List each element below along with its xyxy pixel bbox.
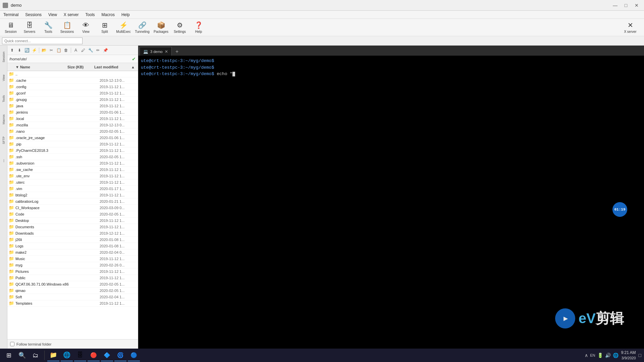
file-row[interactable]: 📁 .uterc 2019-11-12 1...	[7, 179, 138, 186]
toolbar-tools[interactable]: 🔧 Tools	[40, 20, 57, 35]
file-row[interactable]: 📁 .PyCharmCE2018.3 2019-11-12 1...	[7, 147, 138, 154]
toolbar-settings[interactable]: ⚙ Settings	[171, 20, 189, 35]
fb-exec-btn[interactable]: ⚡	[31, 47, 38, 54]
fb-cut-btn[interactable]: ✂	[48, 47, 55, 54]
menu-terminal[interactable]: Terminal	[0, 12, 22, 18]
taskbar-app-server[interactable]: 🗄	[74, 349, 86, 361]
file-row[interactable]: 📁 Desktop 2019-11-12 1...	[7, 218, 138, 224]
file-row[interactable]: 📁 Downloads 2019-12-12 1...	[7, 230, 138, 237]
clock-display[interactable]: 9:21 AM 3/9/2020	[621, 350, 636, 361]
file-row[interactable]: 📁 make2 2020-02-04 0...	[7, 249, 138, 256]
side-icon-other[interactable]: —	[1, 151, 7, 171]
close-button[interactable]: ✕	[632, 1, 641, 10]
minimize-button[interactable]: —	[610, 1, 620, 10]
toolbar-multiexec[interactable]: ⚡ MultiExec	[115, 20, 132, 35]
col-name-header[interactable]: ▼ Name	[9, 65, 67, 69]
side-icon-sftp[interactable]: SFTP	[1, 130, 7, 150]
file-row[interactable]: 📁 .gnupg 2019-11-12 1...	[7, 97, 138, 103]
add-tab-button[interactable]: +	[173, 48, 181, 56]
file-list[interactable]: 📁 .. 📁 .cache 2019-12-13 0... 📁 .config …	[7, 71, 138, 339]
side-icon-view[interactable]: View	[1, 68, 7, 88]
show-desktop-icon[interactable]: □	[639, 353, 641, 358]
file-row[interactable]: 📁 Pictures 2019-11-12 1...	[7, 268, 138, 275]
side-icon-macros[interactable]: Macros	[1, 109, 7, 129]
systray-volume-icon[interactable]: 🔊	[605, 353, 611, 358]
toolbar-tunneling[interactable]: 🔗 Tunneling	[133, 20, 151, 35]
systray-battery-icon[interactable]: 🔋	[597, 353, 603, 358]
file-row[interactable]: 📁 Soft 2020-02-04 1...	[7, 294, 138, 300]
file-row[interactable]: 📁 .subversion 2019-11-12 1...	[7, 160, 138, 167]
terminal-content[interactable]: ute@crt-testpc-3:~/myg/demo$ ute@crt-tes…	[138, 56, 644, 349]
fb-rename-btn[interactable]: ✏	[95, 47, 101, 54]
menu-tools[interactable]: Tools	[82, 12, 98, 18]
follow-terminal-checkbox[interactable]	[10, 342, 14, 346]
toolbar-view[interactable]: 👁 View	[77, 20, 95, 35]
file-row[interactable]: 📁 .ssh 2020-02-05 1...	[7, 154, 138, 160]
file-row[interactable]: 📁 btslog2 2019-11-12 1...	[7, 192, 138, 198]
menu-view[interactable]: View	[45, 12, 60, 18]
file-row[interactable]: 📁 qimao 2020-02-05 1...	[7, 288, 138, 294]
taskbar-app-ie[interactable]: 🌐	[61, 349, 73, 361]
systray-network-icon[interactable]: 🌐	[613, 353, 619, 358]
file-row[interactable]: 📁 .gconf 2019-11-12 1...	[7, 90, 138, 97]
file-row[interactable]: 📁 Public 2019-11-12 1...	[7, 275, 138, 281]
fb-open-btn[interactable]: 📂	[41, 47, 47, 54]
file-row[interactable]: 📁 .java 2019-11-12 1...	[7, 103, 138, 109]
toolbar-xserver[interactable]: ✕ X server	[619, 20, 642, 35]
taskbar-app-blue[interactable]: 🔵	[128, 349, 140, 361]
fb-down-btn[interactable]: ⬇	[16, 47, 23, 54]
fb-paste-btn[interactable]: 📋	[55, 47, 62, 54]
file-row[interactable]: 📁 .local 2019-11-12 1...	[7, 116, 138, 122]
file-row[interactable]: 📁 .jenkins 2020-01-06 1...	[7, 109, 138, 116]
file-row[interactable]: 📁 .mozilla 2019-12-13 0...	[7, 122, 138, 128]
follow-terminal-label[interactable]: Follow terminal folder	[16, 342, 52, 346]
path-ok-button[interactable]: ✔	[132, 56, 136, 62]
systray-arrow-icon[interactable]: ∧	[585, 353, 588, 358]
fb-text-btn[interactable]: A	[72, 47, 79, 54]
terminal-tab-active[interactable]: 💻 3 demo ✕	[140, 47, 172, 56]
file-row[interactable]: 📁 .cache 2019-12-13 0...	[7, 77, 138, 84]
file-row[interactable]: 📁 .vim 2020-01-17 1...	[7, 186, 138, 192]
fb-up-btn[interactable]: ⬆	[9, 47, 15, 54]
file-row[interactable]: 📁 CI_Workspace 2020-03-09 0...	[7, 205, 138, 211]
col-size-header[interactable]: Size (KB)	[67, 65, 94, 69]
side-icon-session[interactable]: Session	[1, 47, 7, 67]
file-row[interactable]: 📁 ..	[7, 71, 138, 77]
fb-delete-btn[interactable]: 🗑	[63, 47, 69, 54]
file-row[interactable]: 📁 .config 2019-11-12 1...	[7, 84, 138, 90]
fb-edit-btn[interactable]: 🖊	[80, 47, 87, 54]
toolbar-servers[interactable]: 🗄 Servers	[21, 20, 38, 35]
taskbar-app-chrome[interactable]: 🌀	[114, 349, 126, 361]
file-row[interactable]: 📁 Documents 2019-11-12 1...	[7, 224, 138, 230]
col-modified-header[interactable]: Last modified	[94, 65, 131, 69]
side-icon-tools[interactable]: Tools	[1, 88, 7, 109]
file-row[interactable]: 📁 Code 2020-02-05 1...	[7, 211, 138, 218]
toolbar-help[interactable]: ❓ Help	[190, 20, 207, 35]
fb-pin-btn[interactable]: 📌	[102, 47, 109, 54]
maximize-button[interactable]: □	[621, 1, 631, 10]
taskbar-app-explorer[interactable]: 📁	[47, 349, 59, 361]
task-view-button[interactable]: 🗂	[30, 349, 42, 361]
menu-help[interactable]: Help	[118, 12, 133, 18]
file-row[interactable]: 📁 .sw_cache 2019-11-12 1...	[7, 167, 138, 173]
toolbar-session[interactable]: 🖥 Session	[2, 20, 19, 35]
tab-close-button[interactable]: ✕	[165, 49, 168, 54]
file-row[interactable]: 📁 QCAT.06.30.71.00.Windows-x86 2020-02-0…	[7, 281, 138, 288]
file-row[interactable]: 📁 j26li 2020-01-08 1...	[7, 237, 138, 243]
search-button[interactable]: 🔍	[16, 349, 28, 361]
taskbar-app-securecrts[interactable]: 🔷	[101, 349, 113, 361]
systray-lang-icon[interactable]: EN	[590, 353, 595, 357]
fb-refresh-btn[interactable]: 🔄	[23, 47, 30, 54]
file-row[interactable]: 📁 .oracle_jre_usage 2020-01-06 1...	[7, 135, 138, 141]
menu-macros[interactable]: Macros	[98, 12, 118, 18]
file-row[interactable]: 📁 myg 2020-02-26 0...	[7, 262, 138, 268]
toolbar-sessions[interactable]: 📋 Sessions	[58, 20, 76, 35]
toolbar-packages[interactable]: 📦 Packages	[152, 20, 170, 35]
file-row[interactable]: 📁 .pip 2019-11-12 1...	[7, 141, 138, 147]
file-row[interactable]: 📁 .ute_env 2019-11-12 1...	[7, 173, 138, 179]
fb-settings2-btn[interactable]: 🔧	[87, 47, 94, 54]
menu-sessions[interactable]: Sessions	[22, 12, 45, 18]
file-row[interactable]: 📁 calibrationLog 2020-01-21 1...	[7, 198, 138, 205]
menu-xserver[interactable]: X server	[60, 12, 82, 18]
quick-connect-input[interactable]	[2, 38, 83, 44]
